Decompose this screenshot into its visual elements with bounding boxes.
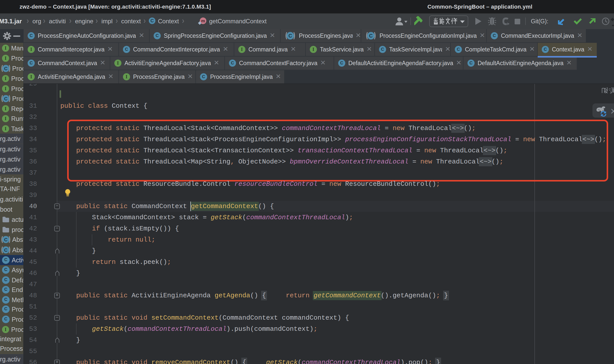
svg-text:C: C (4, 96, 8, 101)
svg-text:C: C (4, 237, 8, 242)
svg-text:C: C (369, 33, 373, 39)
svg-text:C: C (288, 33, 292, 39)
svg-text:C: C (4, 66, 8, 71)
svg-text:C: C (4, 247, 8, 253)
